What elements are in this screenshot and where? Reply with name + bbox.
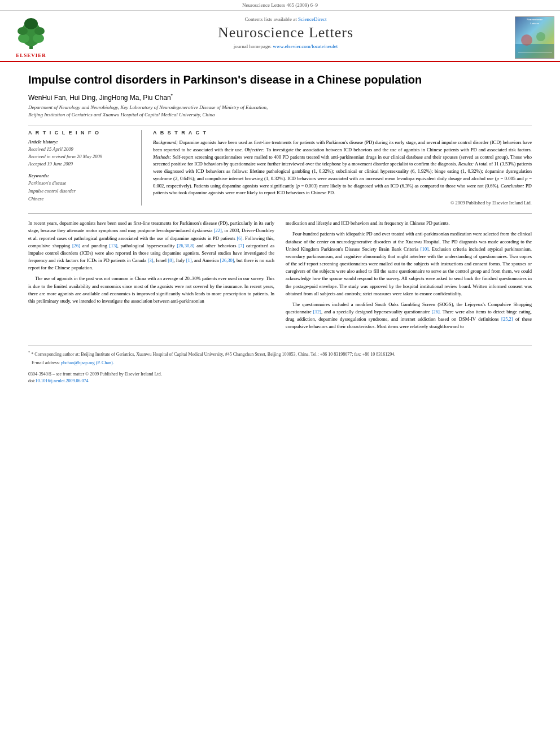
sciencedirect-link[interactable]: ScienceDirect (298, 16, 326, 22)
cover-thumbnail: NeuroscienceLetters (515, 16, 554, 59)
ref-12[interactable]: [12] (313, 309, 321, 314)
abstract-title: A B S T R A C T (153, 130, 532, 136)
body-para-1: In recent years, dopamine agonists have … (28, 220, 274, 272)
ref-10[interactable]: [10] (421, 246, 428, 252)
footer-section: * * Corresponding author at: Beijing Ins… (28, 346, 532, 385)
abstract-section: A B S T R A C T Background; Dopamine ago… (153, 130, 532, 206)
author-email-link[interactable]: pbchan@bjsap.org (P. Chan). (61, 360, 114, 365)
journal-cover: NeuroscienceLetters (509, 14, 560, 61)
divider-1 (28, 125, 532, 125)
body-para-4: Four-hundred patients with idiopathic PD… (286, 230, 532, 298)
journal-header: ELSEVIER Contents lists available at Sci… (0, 11, 560, 62)
article-info: A R T I C L E I N F O Article history: R… (28, 130, 130, 206)
authors-text: WenHui Fan, Hui Ding, JingHong Ma, Piu C… (28, 94, 173, 102)
ref-26-30-8[interactable]: [26,30,8] (177, 243, 194, 248)
elsevier-logo: ELSEVIER (0, 14, 62, 61)
ref-26[interactable]: [26] (72, 243, 80, 248)
body-para-5: The questionnaires included a modified S… (286, 301, 532, 331)
history-dates: Received 15 April 2009 Received in revis… (28, 146, 130, 167)
cover-art (515, 24, 554, 58)
journal-center-block: Contents lists available at ScienceDirec… (62, 14, 509, 61)
abstract-text: Background; Dopamine agonists have been … (153, 139, 532, 196)
contents-line: Contents lists available at ScienceDirec… (62, 16, 509, 22)
history-label: Article history: (28, 139, 130, 145)
svg-point-4 (18, 27, 28, 35)
body-para-2: The use of agonists in the past was not … (28, 275, 274, 305)
ref-13[interactable]: [13] (110, 243, 117, 248)
ref-8[interactable]: [8] (168, 257, 173, 263)
svg-point-3 (33, 34, 44, 43)
info-abstract-section: A R T I C L E I N F O Article history: R… (28, 130, 532, 206)
body-para-3: medication and lifestyle and ICD behavio… (286, 220, 532, 227)
footer-copyright: 0304-3940/$ – see front matter © 2009 Pu… (28, 371, 162, 378)
svg-point-5 (34, 27, 45, 35)
footer-bar: 0304-3940/$ – see front matter © 2009 Pu… (28, 371, 532, 385)
svg-point-6 (24, 18, 38, 29)
affiliation: Department of Neurology and Neurobiology… (28, 104, 532, 118)
svg-point-8 (521, 34, 532, 46)
ref-3[interactable]: [3] (148, 257, 154, 263)
svg-point-2 (18, 34, 29, 43)
footnote-1: * * Corresponding author at: Beijing Ins… (28, 350, 532, 358)
ref-25-2[interactable]: [25,2] (501, 316, 513, 322)
journal-homepage-link[interactable]: www.elsevier.com/locate/neulet (273, 43, 338, 49)
body-right-column: medication and lifestyle and ICD behavio… (286, 220, 532, 334)
keywords-label: Keywords: (28, 173, 130, 178)
svg-point-9 (536, 32, 545, 41)
footer-doi: doi:10.1016/j.neulet.2009.06.074 (28, 378, 162, 385)
svg-rect-7 (515, 44, 554, 58)
journal-homepage: journal homepage: www.elsevier.com/locat… (62, 43, 509, 49)
top-bar: Neuroscience Letters 465 (2009) 6–9 (0, 0, 560, 11)
ref-26b[interactable]: [26] (432, 309, 440, 314)
main-content: Impulse control disorders in Parkinson's… (0, 62, 560, 396)
keywords: Parkinson's disease Impulse control diso… (28, 180, 130, 203)
copyright-notice: © 2009 Published by Elsevier Ireland Ltd… (153, 200, 532, 206)
body-left-column: In recent years, dopamine agonists have … (28, 220, 274, 334)
elsevier-tree-icon (11, 17, 51, 51)
authors: WenHui Fan, Hui Ding, JingHong Ma, Piu C… (28, 93, 532, 102)
elsevier-brand: ELSEVIER (16, 53, 46, 58)
article-title: Impulse control disorders in Parkinson's… (28, 72, 532, 87)
ref-22[interactable]: [22] (214, 228, 222, 233)
article-info-title: A R T I C L E I N F O (28, 130, 130, 136)
vertical-divider (141, 130, 142, 206)
journal-title: Neuroscience Letters (62, 24, 509, 41)
footer-left: 0304-3940/$ – see front matter © 2009 Pu… (28, 371, 162, 385)
body-text: In recent years, dopamine agonists have … (28, 220, 532, 334)
journal-citation: Neuroscience Letters 465 (2009) 6–9 (242, 2, 318, 8)
ref-7[interactable]: [7] (238, 243, 244, 248)
ref-1[interactable]: [1] (186, 257, 192, 263)
divider-2 (28, 213, 532, 214)
footnote-email: E-mail address: pbchan@bjsap.org (P. Cha… (28, 360, 532, 366)
ref-26-30[interactable]: [26,30] (220, 257, 234, 263)
doi-link[interactable]: 10.1016/j.neulet.2009.06.074 (35, 378, 88, 383)
ref-6[interactable]: [6] (237, 235, 242, 241)
